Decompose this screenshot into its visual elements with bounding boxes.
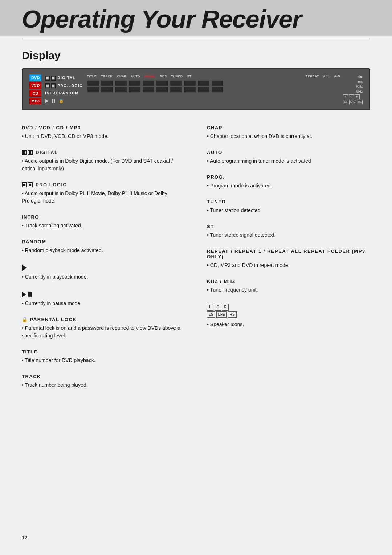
mhz-label: MHz — [356, 89, 363, 94]
dd-icon — [45, 76, 56, 81]
lock-icon-sm: 🔒 — [59, 98, 64, 103]
rds-label: RDS — [160, 74, 167, 78]
entry-intro: INTRO Track sampling activated. — [22, 214, 185, 230]
spk-row-bottom: LS LFE RS — [343, 100, 363, 105]
dd-box-pl2 — [28, 182, 33, 187]
seg-19: ···· — [197, 87, 210, 93]
entry-chap: CHAP Chapter location at which DVD is cu… — [207, 125, 370, 140]
dd-icon-2 — [45, 83, 56, 88]
seg-18: ···· — [184, 87, 196, 93]
entry-digital: DIGITAL Audio output is in Dolby Digital… — [22, 150, 185, 173]
heading-repeat: REPEAT / REPEAT 1 / REPEAT ALL REPEAT FO… — [207, 248, 370, 259]
heading-title: TITLE — [22, 349, 185, 355]
heading-track: TRACK — [22, 374, 185, 379]
spk-badge-LFE: LFE — [216, 311, 227, 318]
track-label: TRACK — [101, 74, 113, 78]
dd-inner-pl2 — [29, 184, 31, 186]
bottom-icon-row: 🔒 — [45, 98, 83, 103]
body-pause: Currently in pause mode. — [22, 300, 185, 307]
pause-bar-r — [30, 292, 32, 297]
spk-bottom-row: LS LFE RS — [207, 311, 237, 318]
pause-bar-1 — [52, 99, 53, 103]
heading-digital: DIGITAL — [36, 150, 58, 155]
prologic-label: PRO.LOGIC — [57, 84, 83, 88]
seg-2: ··· — [101, 80, 113, 86]
introrandom-mode-row: INTRORANDOM — [45, 91, 83, 95]
entry-track: TRACK Track number being played. — [22, 374, 185, 389]
play-pause-icon — [22, 291, 32, 297]
dd-inner-l1 — [23, 151, 25, 154]
entry-parental-lock: 🔒 PARENTAL LOCK Parental lock is on and … — [22, 317, 185, 340]
speaker-grid-display: L C R LS LFE RS — [343, 94, 363, 104]
entry-repeat: REPEAT / REPEAT 1 / REPEAT ALL REPEAT FO… — [207, 248, 370, 269]
heading-tuned: TUNED — [207, 199, 370, 204]
spk-L: L — [343, 94, 348, 99]
body-digital: Audio output is in Dolby Digital mode. (… — [22, 157, 185, 173]
spk-badge-LS: LS — [207, 311, 215, 318]
body-speaker-icons: Speaker Icons. — [207, 321, 370, 328]
digits-row-1: ··· ··· ··· ··· ··· ··· ··· ··· ··· ··· — [87, 80, 340, 86]
mode-labels: DIGITAL PRO.LOGIC INTRORANDOM — [45, 74, 83, 104]
entry-auto: AUTO Auto programming in tuner mode is a… — [207, 150, 370, 165]
body-chap: Chapter location at which DVD is current… — [207, 133, 370, 140]
heading-prologic: PRO.LOGIC — [36, 182, 67, 187]
khz-label: KHz — [356, 84, 363, 89]
seg-14: ···· — [128, 87, 141, 93]
body-dvd-vcd-cd-mp3: Unit in DVD, VCD, CD or MP3 mode. — [22, 133, 185, 140]
spk-R: R — [355, 94, 360, 99]
entry-speaker-icons: L C R LS LFE RS Speaker Icons. — [207, 303, 370, 328]
heading-intro: INTRO — [22, 214, 185, 220]
display-content: DVD VCD CD MP3 DIGITAL — [29, 74, 363, 104]
lock-icon-heading: 🔒 — [22, 317, 30, 322]
prologic-dd-icon — [22, 182, 33, 187]
dd-inner-l2 — [29, 151, 31, 154]
spk-top-row: L C R — [207, 304, 237, 311]
body-track: Track number being played. — [22, 381, 185, 389]
content-columns: DVD / VCD / CD / MP3 Unit in DVD, VCD, C… — [22, 125, 370, 398]
pause-bars — [28, 292, 32, 297]
seg-16: ···· — [156, 87, 168, 93]
body-auto: Auto programming in tuner mode is activa… — [207, 157, 370, 165]
heading-parental-lock: 🔒 PARENTAL LOCK — [22, 317, 185, 322]
digits-row-2: ···· ···· ···· ···· ···· ···· ···· ···· … — [87, 87, 340, 93]
dvd-badge: DVD — [29, 74, 41, 81]
spk-C: C — [349, 94, 354, 99]
body-tuned: Tuner station detected. — [207, 207, 370, 214]
chap-label: CHAP — [117, 74, 126, 78]
seg-11: ···· — [87, 87, 99, 93]
body-prologic: Audio output is in Dolby PL II Movie, Do… — [22, 190, 185, 205]
spk-RS: RS — [357, 100, 363, 105]
body-st: Tuner stereo signal detected. — [207, 231, 370, 239]
digits-area: TITLE TRACK CHAP AUTO PROG. RDS TUNED ST… — [87, 74, 340, 104]
speaker-icons-block: L C R LS LFE RS — [207, 304, 237, 318]
prologic-heading-row: PRO.LOGIC — [22, 182, 185, 187]
body-title: Title number for DVD playback. — [22, 357, 185, 364]
entry-khz-mhz: KHz / MHz Tuner frequency unit. — [207, 279, 370, 294]
page-title: Operating Your Receiver — [22, 7, 370, 31]
seg-6: ··· — [156, 80, 168, 86]
body-parental-lock: Parental lock is on and a password is re… — [22, 324, 185, 340]
heading-auto: AUTO — [207, 150, 370, 155]
dd-box-l1 — [22, 150, 27, 155]
top-labels: TITLE TRACK CHAP AUTO PROG. RDS TUNED ST… — [87, 74, 340, 78]
entry-random: RANDOM Random playback mode activated. — [22, 239, 185, 254]
spk-LFE: LFE — [349, 100, 356, 105]
pause-icon-sm — [52, 99, 55, 103]
play-triangle-icon — [22, 264, 27, 271]
seg-13: ···· — [115, 87, 127, 93]
entry-tuned: TUNED Tuner station detected. — [207, 199, 370, 214]
source-badges: DVD VCD CD MP3 — [29, 74, 41, 104]
play-icon-section — [22, 264, 185, 271]
auto-label: AUTO — [131, 74, 140, 78]
dp-right-col: dB ms KHz MHz L C R LS LFE — [343, 74, 363, 104]
prog-label: PROG. — [144, 74, 155, 78]
mp3-badge: MP3 — [29, 98, 41, 104]
tuned-label: TUNED — [171, 74, 183, 78]
digital-mode-row: DIGITAL — [45, 76, 83, 81]
dd-box-1 — [45, 76, 50, 81]
entry-pause: Currently in pause mode. — [22, 290, 185, 307]
seg-15: ···· — [142, 87, 155, 93]
repeat-label: REPEAT — [306, 74, 319, 78]
vcd-badge: VCD — [29, 82, 41, 89]
page-number: 12 — [22, 535, 28, 540]
